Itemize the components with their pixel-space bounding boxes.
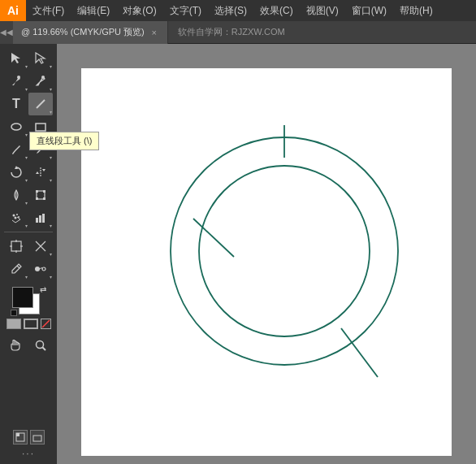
artboard-tool-button[interactable] (4, 235, 28, 258)
svg-point-19 (15, 217, 17, 219)
menu-items: 文件(F) 编辑(E) 对象(O) 文字(T) 选择(S) 效果(C) 视图(V… (26, 0, 476, 21)
svg-point-5 (11, 124, 21, 130)
menu-file[interactable]: 文件(F) (26, 0, 71, 21)
line-segment-tool-button[interactable]: ▾ (28, 93, 53, 115)
svg-line-32 (42, 320, 50, 327)
menu-help[interactable]: 帮助(H) (393, 0, 439, 21)
menu-view[interactable]: 视图(V) (300, 0, 345, 21)
direct-selection-tool-button[interactable]: ▾ (28, 47, 53, 70)
site-info: 软件自学网：RJZXW.COM (168, 26, 295, 38)
main-layout: ▾ ▾ ▾ ▾ T ▾ (0, 44, 476, 464)
reset-colors-button[interactable] (11, 310, 17, 316)
svg-marker-9 (36, 171, 39, 174)
paintbrush-tool-button[interactable]: ▾ (4, 138, 28, 161)
symbol-spray-tool-button[interactable]: ▾ (4, 206, 28, 229)
svg-point-33 (37, 341, 44, 349)
panel-toggle-button[interactable] (13, 430, 28, 444)
svg-rect-24 (11, 241, 21, 251)
menu-edit[interactable]: 编辑(E) (71, 0, 116, 21)
svg-rect-13 (36, 190, 38, 193)
tab-bar: ◀◀ @ 119.66% (CMYK/GPU 预览) × 软件自学网：RJZXW… (0, 21, 476, 44)
menu-window[interactable]: 窗口(W) (345, 0, 393, 21)
svg-line-34 (43, 348, 46, 351)
svg-rect-6 (36, 124, 45, 131)
collapse-panel-button[interactable]: ◀◀ (0, 21, 13, 44)
tab-title: @ 119.66% (CMYK/GPU 预览) (21, 26, 145, 38)
slice-tool-button[interactable]: ▾ (28, 235, 53, 258)
active-tab[interactable]: @ 119.66% (CMYK/GPU 预览) × (13, 21, 168, 44)
canvas-area[interactable] (57, 44, 476, 464)
ellipse-tool-button[interactable]: ▾ (4, 115, 28, 138)
type-tool-button[interactable]: T (4, 93, 28, 115)
tool-row-selection: ▾ ▾ (0, 47, 57, 70)
svg-rect-22 (39, 215, 41, 223)
tool-row-transform: ▾ ▾ (0, 161, 57, 184)
tab-close-button[interactable]: × (149, 28, 159, 37)
tool-row-shape: ▾ ▾ (0, 115, 57, 138)
menu-object[interactable]: 对象(O) (116, 0, 162, 21)
zoom-tool-button[interactable] (28, 334, 53, 357)
svg-rect-14 (43, 190, 45, 193)
tool-row-hand-zoom (0, 334, 57, 357)
svg-line-29 (17, 266, 19, 268)
width-tool-button[interactable]: ▾ (4, 184, 28, 206)
svg-rect-16 (43, 197, 45, 200)
rectangle-tool-button[interactable]: ▾ (28, 115, 53, 138)
svg-line-4 (37, 100, 45, 108)
anchor-point-tool-button[interactable]: ▾ (28, 70, 53, 93)
svg-rect-23 (42, 214, 45, 223)
svg-point-39 (199, 166, 370, 336)
foreground-color-swatch[interactable] (12, 287, 33, 308)
tool-row-brush: ▾ ▾ (0, 138, 57, 161)
svg-point-38 (171, 137, 398, 365)
tool-row-artboard: ▾ (0, 235, 57, 258)
more-tools-button[interactable]: ··· (22, 448, 35, 459)
hand-tool-button[interactable] (4, 334, 28, 357)
svg-rect-37 (33, 436, 41, 441)
swap-colors-button[interactable]: ⇄ (40, 285, 46, 294)
tool-row-type: T ▾ (0, 93, 57, 115)
svg-marker-0 (11, 53, 20, 63)
graph-tool-button[interactable]: ▾ (28, 206, 53, 229)
svg-point-3 (41, 76, 45, 79)
tool-row-warp: ▾ (0, 184, 57, 206)
svg-point-31 (42, 267, 45, 271)
menu-select[interactable]: 选择(S) (208, 0, 253, 21)
toolbar-divider (4, 232, 53, 232)
svg-point-17 (13, 215, 15, 217)
svg-point-2 (17, 76, 20, 79)
rotate-tool-button[interactable]: ▾ (4, 161, 28, 184)
menu-effect[interactable]: 效果(C) (253, 0, 300, 21)
blend-tool-button[interactable]: ▾ (28, 258, 53, 280)
menu-bar: Ai 文件(F) 编辑(E) 对象(O) 文字(T) 选择(S) 效果(C) 视… (0, 0, 476, 21)
tool-row-eyedropper: ▾ ▾ (0, 258, 57, 280)
expand-button[interactable] (30, 430, 45, 444)
drawing-canvas[interactable] (57, 44, 476, 464)
selection-tool-button[interactable]: ▾ (4, 47, 28, 70)
fill-indicator[interactable] (6, 319, 21, 329)
stroke-indicator[interactable] (24, 319, 38, 329)
left-toolbar: ▾ ▾ ▾ ▾ T ▾ (0, 44, 57, 464)
none-indicator[interactable] (41, 319, 51, 329)
pen-tool-button[interactable]: ▾ (4, 70, 28, 93)
svg-marker-1 (36, 53, 45, 63)
svg-rect-36 (16, 433, 19, 436)
svg-rect-15 (36, 197, 38, 200)
app-logo: Ai (0, 0, 26, 21)
svg-point-18 (16, 214, 18, 215)
pencil-tool-button[interactable]: ▾ (28, 138, 53, 161)
eyedropper-tool-button[interactable]: ▾ (4, 258, 28, 280)
tool-row-pen: ▾ ▾ (0, 70, 57, 93)
svg-rect-21 (36, 218, 38, 223)
free-transform-tool-button[interactable] (28, 184, 53, 206)
svg-marker-10 (42, 169, 45, 171)
reflect-tool-button[interactable]: ▾ (28, 161, 53, 184)
tool-row-spray: ▾ ▾ (0, 206, 57, 229)
menu-type[interactable]: 文字(T) (163, 0, 208, 21)
svg-point-30 (35, 267, 40, 271)
